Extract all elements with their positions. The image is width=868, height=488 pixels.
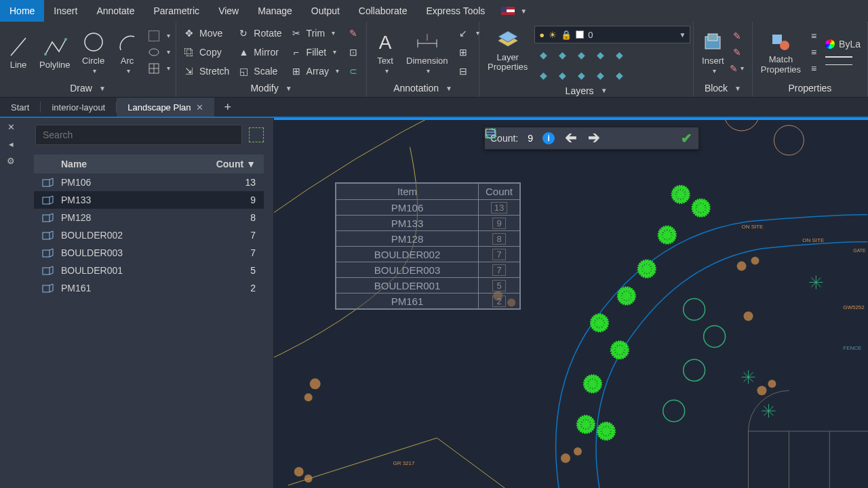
- close-tab-icon[interactable]: ✕: [196, 102, 203, 113]
- file-tab-start[interactable]: Start: [0, 98, 40, 117]
- count-list-row[interactable]: PM1288: [34, 209, 264, 226]
- layer-tool-5[interactable]: ◆: [613, 49, 625, 61]
- count-list-row[interactable]: PM10613: [34, 174, 264, 191]
- tab-view[interactable]: View: [209, 0, 248, 22]
- line-button[interactable]: Line: [4, 33, 33, 71]
- panel-modify-label[interactable]: Modify▼: [176, 79, 366, 97]
- mtext-button[interactable]: ⊟: [454, 64, 482, 79]
- svg-point-2: [64, 38, 67, 41]
- polyline-button[interactable]: Polyline: [35, 33, 75, 71]
- count-list-row[interactable]: BOULDER0037: [34, 244, 264, 262]
- rotate-button[interactable]: ↻Rotate: [235, 26, 284, 41]
- layer-tool-4[interactable]: ◆: [594, 49, 606, 61]
- svg-text:ON SITE: ON SITE: [742, 224, 764, 230]
- layer-tool-9[interactable]: ◆: [594, 69, 606, 81]
- panel-layers-label[interactable]: Layers▼: [479, 84, 693, 97]
- panel-annotation-label[interactable]: Annotation▼: [367, 79, 479, 97]
- mirror-button[interactable]: ▲Mirror: [235, 45, 284, 60]
- prop-tool-3[interactable]: ≡: [808, 62, 820, 75]
- erase-button[interactable]: ✎: [344, 26, 362, 41]
- layer-tool-3[interactable]: ◆: [575, 49, 587, 61]
- trim-button[interactable]: ✂Trim▾: [288, 26, 342, 41]
- scale-button[interactable]: ◱Scale: [235, 64, 284, 79]
- panel-properties-label[interactable]: Properties: [753, 79, 867, 97]
- svg-point-32: [724, 120, 760, 131]
- svg-point-36: [304, 474, 313, 483]
- layer-tool-2[interactable]: ◆: [556, 49, 568, 61]
- table-insert-icon[interactable]: [656, 131, 670, 145]
- block-tool-1[interactable]: ✎: [731, 30, 743, 42]
- ellipse-button[interactable]: ▾: [145, 45, 173, 60]
- col-header-name[interactable]: Name: [61, 159, 216, 169]
- text-button[interactable]: AText▾: [371, 28, 399, 76]
- tab-output[interactable]: Output: [302, 0, 349, 22]
- svg-point-27: [684, 299, 705, 321]
- tab-collaborate[interactable]: Collaborate: [349, 0, 417, 22]
- ct-item-cell: PM133: [336, 216, 479, 231]
- ct-count-cell: 7: [479, 262, 520, 278]
- layer-tool-1[interactable]: ◆: [537, 49, 549, 61]
- rectangle-button[interactable]: ▾: [145, 28, 173, 43]
- settings-panel-icon[interactable]: ⚙: [7, 156, 15, 166]
- layer-dropdown[interactable]: ● ☀ 🔒 0 ▼: [534, 26, 690, 43]
- dock-panel-icon[interactable]: ◂: [9, 139, 14, 149]
- layer-properties-button[interactable]: Layer Properties: [484, 26, 532, 74]
- search-input[interactable]: [35, 125, 242, 145]
- linetype-select[interactable]: [823, 63, 863, 66]
- canvas-count-table[interactable]: ItemCount PM10613PM1339PM1288BOULDER0027…: [335, 182, 521, 310]
- match-properties-button[interactable]: Match Properties: [757, 28, 805, 76]
- layer-tool-6[interactable]: ◆: [537, 69, 549, 81]
- leader-button[interactable]: ↙▾: [454, 26, 482, 41]
- prop-tool-2[interactable]: ≡: [808, 46, 820, 58]
- layer-tool-7[interactable]: ◆: [556, 69, 568, 81]
- arc-button[interactable]: Arc▾: [113, 28, 142, 76]
- count-list-row[interactable]: PM1612: [34, 279, 264, 297]
- close-panel-icon[interactable]: ✕: [7, 122, 15, 132]
- col-header-count[interactable]: Count ▼: [216, 159, 256, 169]
- prop-tool-1[interactable]: ≡: [808, 30, 820, 42]
- file-tab-landscape[interactable]: Landscape Plan✕: [117, 98, 214, 117]
- lineweight-select[interactable]: [823, 55, 863, 59]
- table-button[interactable]: ⊞: [454, 45, 482, 60]
- move-button[interactable]: ✥Move: [180, 26, 232, 41]
- file-tab-interior[interactable]: interior-layout: [41, 98, 116, 117]
- stretch-button[interactable]: ⇲Stretch: [180, 64, 232, 79]
- tab-parametric[interactable]: Parametric: [144, 0, 209, 22]
- ct-count-cell: 5: [479, 278, 520, 293]
- fillet-button[interactable]: ⌐Fillet▾: [288, 45, 342, 60]
- count-list-row[interactable]: PM1339: [34, 191, 264, 209]
- row-count: 7: [250, 230, 256, 241]
- svg-text:FENCE: FENCE: [843, 345, 861, 351]
- svg-rect-15: [772, 35, 782, 44]
- insert-block-button[interactable]: Insert▾: [698, 28, 728, 76]
- count-list-row[interactable]: BOULDER0027: [34, 226, 264, 244]
- array-button[interactable]: ⊞Array▾: [288, 64, 342, 79]
- explode-button[interactable]: ⊡: [344, 45, 362, 60]
- block-icon: [42, 283, 56, 293]
- offset-button[interactable]: ⊂: [344, 64, 362, 79]
- count-list-row[interactable]: BOULDER0015: [34, 262, 264, 279]
- dimension-button[interactable]: Dimension▾: [402, 28, 452, 76]
- tab-home[interactable]: Home: [0, 0, 44, 22]
- hatch-button[interactable]: ▾: [145, 61, 173, 76]
- block-tool-3[interactable]: ✎▾: [731, 62, 743, 75]
- tab-insert[interactable]: Insert: [44, 0, 87, 22]
- circle-button[interactable]: Circle▾: [77, 28, 110, 76]
- layer-tool-8[interactable]: ◆: [575, 69, 587, 81]
- layer-tool-10[interactable]: ◆: [613, 69, 625, 81]
- block-tool-2[interactable]: ✎: [731, 46, 743, 58]
- tab-express-tools[interactable]: Express Tools: [416, 0, 494, 22]
- new-tab-button[interactable]: +: [214, 98, 241, 117]
- drawing-canvas[interactable]: GR 3217 ON SITE ON SITE FENCE GW5252 GAT…: [274, 118, 868, 488]
- panel-draw-label[interactable]: Draw▼: [0, 79, 176, 97]
- tab-manage[interactable]: Manage: [248, 0, 302, 22]
- copy-button[interactable]: ⿻Copy: [180, 45, 232, 60]
- tab-locale-flag[interactable]: ▼: [494, 0, 534, 22]
- block-icon: [42, 195, 56, 205]
- select-area-icon[interactable]: [249, 127, 264, 142]
- bylayer-color[interactable]: ByLa: [823, 37, 863, 51]
- svg-point-41: [737, 262, 747, 271]
- panel-block-label[interactable]: Block▼: [694, 79, 752, 97]
- lightbulb-icon: ●: [539, 30, 545, 40]
- tab-annotate[interactable]: Annotate: [87, 0, 144, 22]
